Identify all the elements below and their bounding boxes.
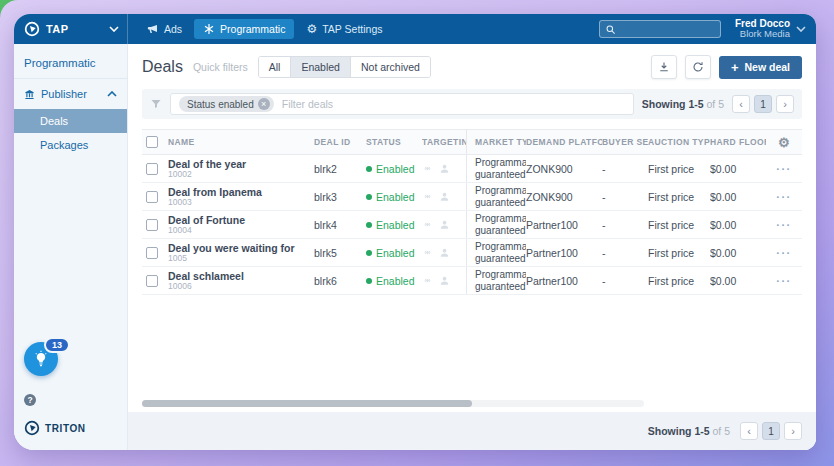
hard-floor-cell: $0.00	[710, 247, 766, 259]
segment-all[interactable]: All	[259, 57, 291, 77]
demand-platform-cell: ZONK900	[526, 191, 602, 203]
scrollbar-thumb[interactable]	[142, 400, 472, 407]
tab-label: Ads	[164, 23, 182, 35]
select-all-checkbox[interactable]	[146, 136, 158, 148]
download-icon	[658, 61, 670, 73]
hard-floor-cell: $0.00	[710, 191, 766, 203]
col-status[interactable]: STATUS	[366, 137, 422, 147]
quick-filter-segments: All Enabled Not archived	[258, 56, 431, 78]
row-checkbox[interactable]	[146, 275, 158, 287]
deal-id-cell: blrk6	[314, 275, 366, 287]
tab-tap-settings[interactable]: ⚙ TAP Settings	[297, 18, 391, 40]
sidebar-group-publisher[interactable]: Publisher	[14, 79, 127, 109]
filter-input-well[interactable]: Status enabled ×	[170, 93, 634, 115]
targetings-cell	[422, 163, 466, 174]
global-search[interactable]	[599, 20, 721, 38]
new-deal-label: New deal	[744, 61, 790, 73]
segment-enabled[interactable]: Enabled	[290, 57, 350, 77]
user-text: Fred Docco Blork Media	[735, 18, 790, 39]
row-checkbox[interactable]	[146, 163, 158, 175]
global-search-input[interactable]	[620, 24, 715, 35]
table-settings-gear-icon[interactable]: ⚙	[766, 135, 802, 150]
next-page-button[interactable]: ›	[784, 422, 802, 440]
status-cell: Enabled	[366, 247, 422, 259]
junction-icon	[203, 23, 215, 35]
deal-id-cell: blrk5	[314, 247, 366, 259]
results-count: Showing 1-5 of 5	[642, 98, 724, 110]
filter-deals-input[interactable]	[282, 98, 625, 110]
row-actions-menu[interactable]: ···	[766, 219, 802, 231]
audience-targeting-icon	[439, 191, 450, 202]
table-row[interactable]: Deal of the year 10002 blrk2 Enabled Pro…	[142, 155, 802, 183]
targetings-cell	[422, 191, 466, 202]
results-count-strong: Showing 1-5	[642, 98, 704, 110]
row-actions-menu[interactable]: ···	[766, 163, 802, 175]
app-body: Programmatic Publisher Deals Packages	[14, 44, 816, 450]
deal-id-cell: blrk2	[314, 163, 366, 175]
status-dot	[366, 166, 372, 172]
deal-name-cell: Deal from Ipanema 10003	[168, 186, 314, 208]
table-footer: Showing 1-5 of 5 ‹ 1 ›	[128, 412, 816, 450]
deal-name-cell: Deal of the year 10002	[168, 158, 314, 180]
col-name[interactable]: NAME	[168, 137, 314, 147]
tab-label: TAP Settings	[322, 23, 382, 35]
table-row[interactable]: Deal schlameel 10006 blrk6 Enabled Progr…	[142, 267, 802, 295]
deals-table: NAME DEAL ID STATUS TARGETINGS MARKET TY…	[142, 129, 802, 412]
row-checkbox[interactable]	[146, 247, 158, 259]
pagination-top: ‹ 1 ›	[732, 95, 794, 113]
status-dot	[366, 194, 372, 200]
chevron-down-icon[interactable]	[109, 26, 119, 32]
status-dot	[366, 278, 372, 284]
refresh-button[interactable]	[685, 55, 711, 79]
documentation-help-link[interactable]: ?	[14, 388, 127, 412]
user-menu[interactable]: Fred Docco Blork Media	[735, 18, 806, 39]
row-checkbox[interactable]	[146, 191, 158, 203]
row-checkbox[interactable]	[146, 219, 158, 231]
sidebar-item-packages[interactable]: Packages	[14, 133, 127, 157]
horizontal-scrollbar	[142, 400, 802, 407]
filter-bar: Status enabled × Showing 1-5 of 5 ‹ 1 ›	[142, 89, 802, 119]
table-row[interactable]: Deal of Fortune 10004 blrk4 Enabled Prog…	[142, 211, 802, 239]
sidebar-item-deals[interactable]: Deals	[14, 109, 127, 133]
user-org: Blork Media	[735, 29, 790, 39]
download-button[interactable]	[651, 55, 677, 79]
segment-not-archived[interactable]: Not archived	[350, 57, 430, 77]
col-deal-id[interactable]: DEAL ID	[314, 137, 366, 147]
page-number[interactable]: 1	[754, 95, 772, 113]
deal-name-cell: Deal of Fortune 10004	[168, 214, 314, 236]
status-dot	[366, 222, 372, 228]
audience-targeting-icon	[439, 275, 450, 286]
col-demand-platform[interactable]: DEMAND PLATFORM	[526, 137, 602, 147]
col-market-type[interactable]: MARKET TYPE	[466, 130, 526, 154]
chip-close-icon[interactable]: ×	[258, 98, 270, 110]
tab-ads[interactable]: Ads	[138, 19, 191, 39]
market-type-cell: Programmaticguaranteed	[466, 211, 526, 238]
market-type-cell: Programmaticguaranteed	[466, 267, 526, 294]
lightbulb-icon	[32, 350, 50, 368]
table-row[interactable]: Deal you were waiting for 1005 blrk5 Ena…	[142, 239, 802, 267]
page-number[interactable]: 1	[762, 422, 780, 440]
tips-count-badge: 13	[44, 337, 70, 353]
next-page-button[interactable]: ›	[776, 95, 794, 113]
buyer-seat-cell: -	[602, 191, 648, 203]
auction-type-cell: First price	[648, 247, 710, 259]
table-empty-space	[142, 295, 802, 400]
tab-programmatic[interactable]: Programmatic	[194, 19, 294, 39]
results-count: Showing 1-5 of 5	[648, 425, 730, 437]
row-actions-menu[interactable]: ···	[766, 275, 802, 287]
sidebar-group-label: Publisher	[41, 88, 87, 100]
col-auction-type[interactable]: AUCTION TYPE	[648, 137, 710, 147]
hard-floor-cell: $0.00	[710, 219, 766, 231]
deal-name-cell: Deal schlameel 10006	[168, 270, 314, 292]
prev-page-button[interactable]: ‹	[732, 95, 750, 113]
col-targetings[interactable]: TARGETINGS	[422, 137, 466, 147]
row-actions-menu[interactable]: ···	[766, 247, 802, 259]
col-hard-floor[interactable]: HARD FLOOR	[710, 137, 766, 147]
new-deal-button[interactable]: + New deal	[719, 56, 802, 79]
audience-targeting-icon	[439, 247, 450, 258]
brand-switcher[interactable]: TAP	[14, 14, 128, 44]
row-actions-menu[interactable]: ···	[766, 191, 802, 203]
table-row[interactable]: Deal from Ipanema 10003 blrk3 Enabled Pr…	[142, 183, 802, 211]
col-buyer-seat[interactable]: BUYER SEAT	[602, 137, 648, 147]
prev-page-button[interactable]: ‹	[740, 422, 758, 440]
